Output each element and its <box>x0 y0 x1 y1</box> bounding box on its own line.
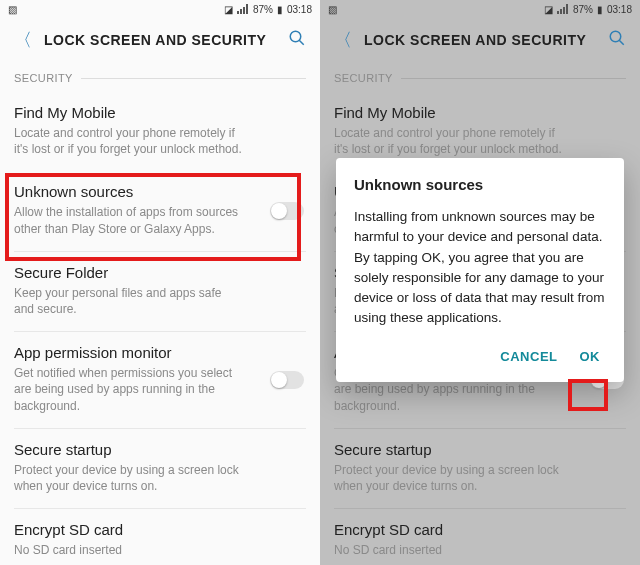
signal-icon <box>237 4 249 14</box>
item-title: Find My Mobile <box>14 104 306 121</box>
page-title: LOCK SCREEN AND SECURITY <box>364 32 596 48</box>
item-find-my-mobile[interactable]: Find My Mobile Locate and control your p… <box>14 92 306 171</box>
item-title: Secure startup <box>334 441 626 458</box>
battery-icon: ▮ <box>597 4 603 15</box>
phone-right: ▧ ◪ 87% ▮ 03:18 〈 LOCK SCREEN AND SECURI… <box>320 0 640 565</box>
item-subtitle: Locate and control your phone remotely i… <box>334 125 564 157</box>
divider <box>401 78 626 79</box>
image-icon: ▧ <box>328 4 337 15</box>
item-subtitle: Keep your personal files and apps safe a… <box>14 285 244 317</box>
item-subtitle: No SD card inserted <box>14 542 244 558</box>
back-icon[interactable]: 〈 <box>14 28 32 52</box>
battery-icon: ▮ <box>277 4 283 15</box>
item-secure-startup[interactable]: Secure startup Protect your device by us… <box>14 429 306 509</box>
toggle-unknown-sources[interactable] <box>270 202 304 220</box>
item-app-permission-monitor[interactable]: App permission monitor Get notified when… <box>14 332 306 429</box>
section-label: SECURITY <box>14 72 73 84</box>
item-title: Unknown sources <box>14 183 306 200</box>
cancel-button[interactable]: CANCEL <box>500 349 557 364</box>
dialog-body: Installing from unknown sources may be h… <box>354 207 606 329</box>
back-icon[interactable]: 〈 <box>334 28 352 52</box>
dialog-title: Unknown sources <box>354 176 606 193</box>
svg-line-1 <box>299 40 304 45</box>
item-title: Find My Mobile <box>334 104 626 121</box>
dialog-actions: CANCEL OK <box>354 343 606 372</box>
svg-point-0 <box>290 31 301 42</box>
item-secure-startup: Secure startup Protect your device by us… <box>334 429 626 509</box>
ok-button[interactable]: OK <box>580 349 601 364</box>
image-icon: ▧ <box>8 4 17 15</box>
item-subtitle: Get notified when permissions you select… <box>14 365 244 414</box>
item-subtitle: No SD card inserted <box>334 542 564 558</box>
status-bar: ▧ ◪ 87% ▮ 03:18 <box>320 0 640 18</box>
svg-line-3 <box>619 40 624 45</box>
item-unknown-sources[interactable]: Unknown sources Allow the installation o… <box>14 171 306 251</box>
phone-left: ▧ ◪ 87% ▮ 03:18 〈 LOCK SCREEN AND SECURI… <box>0 0 320 565</box>
section-label: SECURITY <box>334 72 393 84</box>
item-subtitle: Protect your device by using a screen lo… <box>14 462 244 494</box>
battery-pct: 87% <box>253 4 273 15</box>
battery-saver-icon: ◪ <box>224 4 233 15</box>
app-header: 〈 LOCK SCREEN AND SECURITY <box>0 18 320 62</box>
item-secure-folder[interactable]: Secure Folder Keep your personal files a… <box>14 252 306 332</box>
settings-list: SECURITY Find My Mobile Locate and contr… <box>0 72 320 565</box>
clock: 03:18 <box>287 4 312 15</box>
clock: 03:18 <box>607 4 632 15</box>
svg-point-2 <box>610 31 621 42</box>
divider <box>81 78 306 79</box>
item-subtitle: Protect your device by using a screen lo… <box>334 462 564 494</box>
page-title: LOCK SCREEN AND SECURITY <box>44 32 276 48</box>
battery-saver-icon: ◪ <box>544 4 553 15</box>
status-bar: ▧ ◪ 87% ▮ 03:18 <box>0 0 320 18</box>
item-title: Secure startup <box>14 441 306 458</box>
item-encrypt-sd[interactable]: Encrypt SD card No SD card inserted <box>14 509 306 565</box>
item-title: Secure Folder <box>14 264 306 281</box>
item-title: Encrypt SD card <box>14 521 306 538</box>
battery-pct: 87% <box>573 4 593 15</box>
toggle-app-permission[interactable] <box>270 371 304 389</box>
search-icon[interactable] <box>288 29 306 51</box>
signal-icon <box>557 4 569 14</box>
item-subtitle: Locate and control your phone remotely i… <box>14 125 244 157</box>
item-title: Encrypt SD card <box>334 521 626 538</box>
search-icon[interactable] <box>608 29 626 51</box>
item-subtitle: Allow the installation of apps from sour… <box>14 204 244 236</box>
dialog-unknown-sources: Unknown sources Installing from unknown … <box>336 158 624 382</box>
item-encrypt-sd: Encrypt SD card No SD card inserted <box>334 509 626 565</box>
app-header: 〈 LOCK SCREEN AND SECURITY <box>320 18 640 62</box>
item-title: App permission monitor <box>14 344 306 361</box>
